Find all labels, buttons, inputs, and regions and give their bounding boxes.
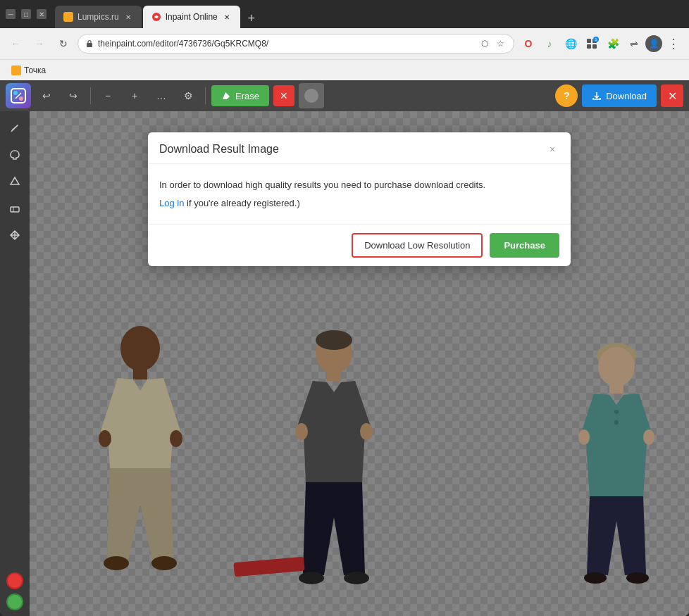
- color-green[interactable]: [6, 593, 23, 610]
- minimize-button[interactable]: ─: [6, 9, 15, 19]
- window-controls: ─ □ ✕: [6, 9, 46, 19]
- zoom-out-button[interactable]: −: [97, 84, 119, 107]
- extensions-icon[interactable]: 1: [582, 34, 602, 54]
- brush-preview: [299, 83, 324, 108]
- modal-close-button[interactable]: ×: [545, 142, 559, 156]
- tool-polygon[interactable]: [4, 170, 26, 193]
- tool-move[interactable]: [4, 224, 26, 246]
- lumpics-favicon: [63, 12, 73, 22]
- svg-rect-2: [587, 39, 591, 43]
- translate-icon[interactable]: ⬡: [478, 37, 491, 50]
- lock-icon: [85, 39, 94, 48]
- puzzle-icon[interactable]: 🧩: [603, 34, 623, 54]
- erase-button[interactable]: Erase: [211, 85, 269, 106]
- modal-login-text: Log in if you're already registered.): [159, 196, 559, 210]
- redo-button[interactable]: ↪: [62, 84, 85, 107]
- download-modal: Download Result Image × In order to down…: [148, 132, 571, 266]
- login-suffix: if you're already registered.): [187, 198, 300, 208]
- toolbar-separator-2: [205, 87, 206, 104]
- bookmarks-bar: Точка: [0, 59, 689, 80]
- maximize-button[interactable]: □: [21, 9, 31, 19]
- close-editor-icon: ✕: [668, 89, 677, 103]
- close-window-button[interactable]: ✕: [37, 9, 46, 19]
- view-options-button[interactable]: …: [150, 84, 173, 107]
- help-button[interactable]: ?: [555, 84, 578, 107]
- zoom-in-button[interactable]: +: [123, 84, 146, 107]
- svg-point-7: [13, 91, 18, 95]
- app-logo: [6, 83, 31, 108]
- modal-overlay: Download Result Image × In order to down…: [30, 111, 689, 616]
- tab-lumpics[interactable]: Lumpics.ru ✕: [55, 6, 142, 28]
- bookmark-label: Точка: [24, 65, 46, 75]
- svg-marker-9: [223, 92, 230, 99]
- forward-button[interactable]: →: [30, 34, 49, 54]
- modal-body: In order to download high quality result…: [148, 164, 571, 224]
- url-icons: ⬡ ☆: [478, 37, 507, 50]
- download-button[interactable]: Download: [582, 84, 657, 107]
- browser-actions: O ♪ 🌐 1 🧩 ⇌ 👤 ⋮: [519, 34, 683, 54]
- toolbar-separator-1: [90, 87, 91, 104]
- back-button[interactable]: ←: [6, 34, 25, 54]
- refresh-button[interactable]: ↻: [54, 34, 73, 54]
- canvas-area: Download Result Image × In order to down…: [30, 111, 689, 616]
- download-low-res-button[interactable]: Download Low Resolution: [352, 233, 483, 258]
- profile-icon[interactable]: 👤: [645, 35, 662, 52]
- tool-eraser[interactable]: [4, 197, 26, 220]
- help-label: ?: [564, 90, 570, 101]
- tab-lumpics-label: Lumpics.ru: [77, 12, 119, 22]
- svg-rect-4: [587, 44, 591, 49]
- opera-icon[interactable]: O: [519, 34, 538, 54]
- app-toolbar: ↩ ↪ − + … ⚙ Erase ✕ ? Downl: [0, 80, 689, 111]
- tabs-bar: Lumpics.ru ✕ Inpaint Online ✕ +: [55, 0, 683, 28]
- tab-lumpics-close[interactable]: ✕: [123, 12, 133, 22]
- app-content: ↩ ↪ − + … ⚙ Erase ✕ ? Downl: [0, 80, 689, 616]
- svg-point-8: [19, 96, 23, 101]
- globe-icon[interactable]: 🌐: [561, 34, 581, 54]
- inpaint-favicon: [151, 12, 161, 22]
- sync-icon[interactable]: ⇌: [624, 34, 644, 54]
- modal-body-text: In order to download high quality result…: [159, 178, 559, 192]
- address-bar: ← → ↻ theinpaint.com/editor/4736736/Gq5K…: [0, 28, 689, 59]
- menu-button[interactable]: ⋮: [664, 34, 683, 54]
- tool-pencil[interactable]: [4, 117, 26, 139]
- settings-button[interactable]: ⚙: [177, 84, 199, 107]
- download-label: Download: [606, 91, 647, 101]
- download-icon: [592, 91, 602, 101]
- erase-icon: [221, 91, 231, 101]
- modal-title: Download Result Image: [159, 143, 279, 156]
- svg-marker-10: [11, 177, 19, 184]
- left-sidebar: [0, 111, 30, 616]
- music-icon[interactable]: ♪: [540, 34, 559, 54]
- svg-rect-5: [592, 44, 597, 49]
- tab-inpaint-label: Inpaint Online: [166, 12, 218, 22]
- tab-inpaint[interactable]: Inpaint Online ✕: [143, 6, 240, 28]
- purchase-button[interactable]: Purchase: [490, 233, 559, 258]
- title-bar: ─ □ ✕ Lumpics.ru ✕ Inpaint Online ✕ +: [0, 0, 689, 28]
- svg-rect-1: [87, 43, 92, 47]
- star-icon[interactable]: ☆: [494, 37, 507, 50]
- tool-lasso[interactable]: [4, 144, 26, 166]
- browser-window: ─ □ ✕ Lumpics.ru ✕ Inpaint Online ✕ + ←: [0, 0, 689, 616]
- new-tab-button[interactable]: +: [242, 8, 261, 28]
- url-text: theinpaint.com/editor/4736736/Gq5KRCMQ8/: [98, 39, 474, 49]
- editor-area: Download Result Image × In order to down…: [0, 111, 689, 616]
- cancel-button[interactable]: ✕: [273, 85, 294, 106]
- login-link[interactable]: Log in: [159, 198, 184, 208]
- modal-footer: Download Low Resolution Purchase: [148, 224, 571, 266]
- bookmark-tochka[interactable]: Точка: [7, 64, 50, 77]
- close-editor-button[interactable]: ✕: [661, 84, 683, 107]
- modal-header: Download Result Image ×: [148, 132, 571, 164]
- color-red[interactable]: [6, 572, 23, 589]
- undo-button[interactable]: ↩: [35, 84, 58, 107]
- url-bar[interactable]: theinpaint.com/editor/4736736/Gq5KRCMQ8/…: [77, 34, 514, 54]
- brush-circle: [304, 89, 318, 103]
- app-logo-icon: [10, 87, 27, 104]
- svg-rect-11: [11, 207, 19, 212]
- tab-inpaint-close[interactable]: ✕: [222, 12, 232, 22]
- erase-label: Erase: [235, 91, 259, 101]
- bookmark-favicon: [11, 65, 21, 75]
- cancel-icon: ✕: [280, 90, 288, 101]
